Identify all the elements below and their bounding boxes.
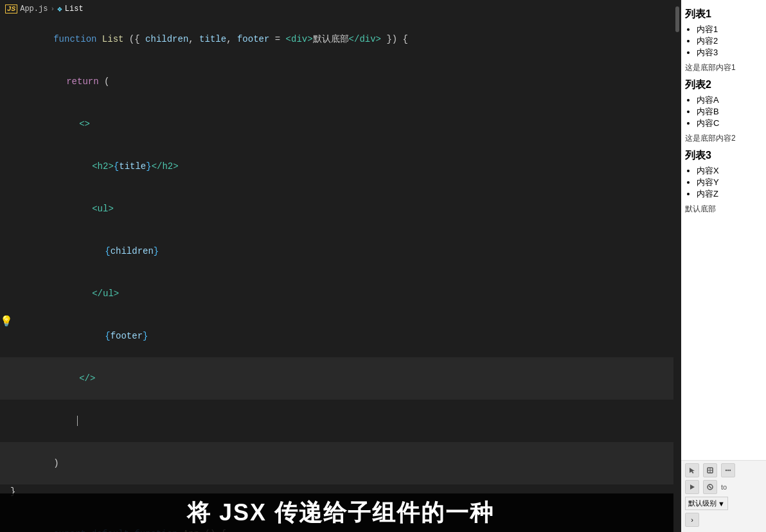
list-item: 内容B: [697, 106, 762, 118]
list-item: 内容X: [697, 165, 762, 177]
code-line-cursor: [0, 400, 681, 442]
svg-line-8: [709, 486, 711, 488]
svg-point-3: [726, 470, 727, 471]
play-icon[interactable]: [685, 480, 699, 494]
list-item: 内容C: [697, 118, 762, 129]
list-item: 内容1: [697, 24, 762, 35]
toolbar-row-3: 默认级别 ▼: [685, 497, 762, 510]
list-item: 内容Z: [697, 188, 762, 200]
code-line-7: </ul>: [0, 272, 681, 315]
preview-list-2-items: 内容A 内容B 内容C: [685, 94, 762, 129]
code-line-4: <h2>{title}</h2>: [0, 145, 681, 188]
svg-point-4: [727, 470, 729, 471]
code-line-close-list: ): [0, 442, 681, 484]
lightbulb-icon: 💡: [0, 315, 13, 329]
breadcrumb-filename: App.js: [20, 4, 48, 13]
toolbar-row-2: to: [685, 480, 762, 494]
svg-point-5: [729, 470, 731, 471]
code-line-5: <ul>: [0, 188, 681, 230]
inspect-tool-icon[interactable]: [703, 463, 717, 477]
text-cursor: [77, 416, 78, 426]
code-line-8: 💡 {footer}: [0, 315, 681, 357]
code-line-2: return (: [0, 60, 681, 103]
preview-list-2-title: 列表2: [685, 78, 762, 92]
preview-list-1-title: 列表1: [685, 8, 762, 21]
preview-list-2-footer: 这是底部内容2: [685, 133, 762, 144]
react-component-icon: ❖: [57, 4, 62, 14]
preview-list-3: 列表3 内容X 内容Y 内容Z 默认底部: [685, 149, 762, 215]
breadcrumb-component: List: [65, 4, 84, 13]
preview-list-3-title: 列表3: [685, 149, 762, 163]
svg-marker-6: [690, 484, 695, 490]
scrollbar[interactable]: [673, 0, 681, 532]
code-line-9: </>: [0, 357, 681, 400]
list-item: 内容2: [697, 35, 762, 47]
list-item: 内容3: [697, 47, 762, 58]
breadcrumb-separator: ›: [50, 5, 55, 13]
chevron-right-icon[interactable]: ›: [685, 513, 699, 527]
toolbar-row-1: [685, 463, 762, 477]
scrollbar-thumb[interactable]: [675, 6, 679, 32]
preview-list-1: 列表1 内容1 内容2 内容3 这是底部内容1: [685, 8, 762, 73]
more-tools-icon[interactable]: [721, 463, 735, 477]
code-line-6: {children}: [0, 230, 681, 272]
preview-list-3-footer: 默认底部: [685, 204, 762, 215]
js-file-icon: JS: [5, 4, 17, 13]
to-label: to: [721, 483, 727, 491]
subtitle-text: 将 JSX 传递给子组件的一种: [187, 497, 494, 529]
toolbar-row-4: ›: [685, 513, 762, 527]
preview-list-1-items: 内容1 内容2 内容3: [685, 24, 762, 58]
breadcrumb: JS App.js › ❖ List: [0, 0, 681, 18]
preview-list-1-footer: 这是底部内容1: [685, 62, 762, 73]
subtitle-overlay: 将 JSX 传递给子组件的一种: [0, 493, 681, 532]
list-item: 内容Y: [697, 177, 762, 188]
code-editor[interactable]: function List ({ children, title, footer…: [0, 18, 681, 532]
code-line-3: <>: [0, 103, 681, 145]
level-dropdown[interactable]: 默认级别 ▼: [685, 497, 728, 510]
stop-icon[interactable]: [703, 480, 717, 494]
dropdown-label: 默认级别: [688, 499, 717, 508]
preview-list-2: 列表2 内容A 内容B 内容C 这是底部内容2: [685, 78, 762, 144]
list-item: 内容A: [697, 94, 762, 106]
preview-list-3-items: 内容X 内容Y 内容Z: [685, 165, 762, 200]
cursor-tool-icon[interactable]: [685, 463, 699, 477]
preview-toolbar: to 默认级别 ▼ ›: [681, 460, 766, 532]
code-line-1: function List ({ children, title, footer…: [0, 18, 681, 60]
preview-panel: 列表1 内容1 内容2 内容3 这是底部内容1 列表2 内容A 内容B 内容C …: [681, 0, 766, 532]
dropdown-arrow: ▼: [718, 500, 725, 508]
editor-panel: JS App.js › ❖ List function List ({ chil…: [0, 0, 681, 532]
